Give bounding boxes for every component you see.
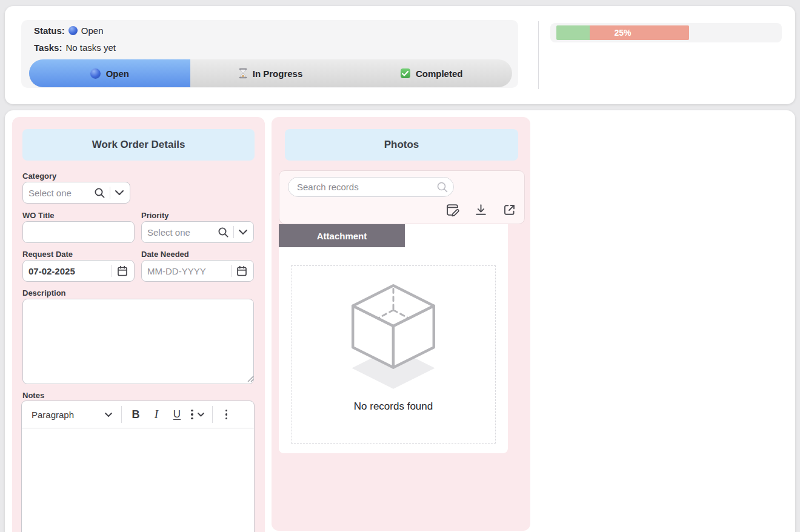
toolbar-divider [212,406,213,423]
chevron-down-icon[interactable] [238,229,248,235]
vertical-ellipsis-icon [225,410,228,420]
attachments-table: Attachment No records found [279,224,508,453]
wo-title-label: WO Title [22,211,54,220]
work-order-details-panel: Work Order Details Category WO Title Pri… [12,117,265,532]
wo-title-input[interactable] [28,227,128,238]
category-input[interactable] [28,188,90,198]
chevron-down-icon[interactable] [115,190,124,196]
panel-title: Photos [285,129,518,161]
input-separator [231,265,232,277]
bold-button[interactable]: B [125,404,146,425]
segment-completed[interactable]: Completed [351,59,512,87]
tasks-value: No tasks yet [65,42,116,53]
notes-toolbar: Paragraph B I U [22,401,254,428]
input-separator [112,265,112,277]
segment-open-label: Open [106,68,129,79]
request-date-label: Request Date [22,250,73,259]
open-external-icon[interactable] [502,202,517,218]
search-icon [218,227,229,238]
notes-content-area[interactable] [22,428,254,532]
status-line: Status: Open [34,25,104,36]
overflow-menu-button[interactable] [216,404,237,425]
paragraph-style-value: Paragraph [32,410,99,420]
search-icon [435,180,450,195]
calendar-icon[interactable] [116,265,128,277]
more-formatting-dropdown[interactable] [187,410,208,420]
italic-button[interactable]: I [146,404,167,425]
progress-percent-label: 25% [556,25,689,40]
search-icon [94,187,105,199]
request-date-input[interactable] [28,266,107,276]
date-needed-input[interactable] [147,266,227,276]
photos-toolbar [279,170,525,224]
progress-bar: 25% [550,23,782,42]
category-label: Category [22,171,56,181]
edit-records-icon[interactable] [445,202,460,218]
photos-panel: Photos [272,117,530,531]
input-separator [110,187,110,199]
segment-completed-label: Completed [416,68,463,79]
status-summary-card: Status: Open Tasks: No tasks yet Open [5,6,795,104]
toolbar-divider [121,406,122,423]
description-label: Description [22,288,66,298]
tasks-label: Tasks: [34,42,62,53]
category-select[interactable] [22,182,130,204]
photos-action-icons [445,202,517,218]
vertical-ellipsis-icon [191,410,193,420]
segment-in-progress-label: In Progress [253,68,303,79]
hourglass-icon [239,68,247,79]
paragraph-style-dropdown[interactable]: Paragraph [27,410,118,420]
status-value: Open [81,25,104,36]
green-check-icon [401,68,410,78]
search-records-input[interactable] [297,182,435,192]
date-needed-label: Date Needed [141,250,189,259]
status-label: Status: [34,25,65,36]
notes-label: Notes [22,391,44,400]
empty-box-icon [340,278,447,392]
vertical-divider [538,21,539,89]
priority-label: Priority [141,211,169,220]
status-box: Status: Open Tasks: No tasks yet Open [21,20,518,88]
input-separator [233,226,234,238]
priority-input[interactable] [147,227,213,238]
attachment-column-header[interactable]: Attachment [279,224,405,247]
download-icon[interactable] [473,202,488,218]
empty-state: No records found [291,265,496,444]
priority-select[interactable] [141,221,254,243]
description-textarea[interactable] [22,299,254,384]
status-segmented-bar: Open In Progress Completed [29,59,512,87]
chevron-down-icon [197,412,205,417]
underline-button[interactable]: U [167,404,187,425]
wo-title-field[interactable] [22,221,135,243]
blue-circle-icon [90,68,101,79]
work-order-main-card: Work Order Details Category WO Title Pri… [5,110,795,532]
segment-open[interactable]: Open [29,59,190,87]
notes-rich-text-editor: Paragraph B I U [21,401,255,532]
empty-state-text: No records found [354,401,433,413]
panel-title: Work Order Details [22,129,255,161]
chevron-down-icon [104,412,113,417]
blue-circle-icon [68,26,78,35]
request-date-field[interactable] [22,260,135,282]
segment-in-progress[interactable]: In Progress [190,59,352,87]
calendar-icon[interactable] [236,265,248,277]
search-records-field[interactable] [288,177,454,197]
tasks-line: Tasks: No tasks yet [34,42,116,53]
date-needed-field[interactable] [141,260,254,282]
